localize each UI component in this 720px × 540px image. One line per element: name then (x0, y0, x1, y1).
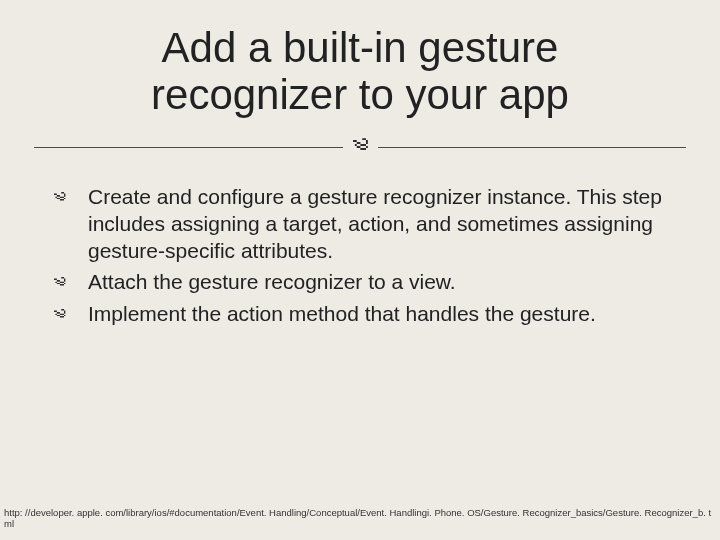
bullet-icon: ༄ (54, 184, 88, 212)
list-item-text: Create and configure a gesture recognize… (88, 184, 674, 265)
list-item: ༄ Implement the action method that handl… (54, 301, 674, 329)
divider-line-right (378, 147, 687, 148)
list-item-text: Implement the action method that handles… (88, 301, 596, 328)
footer-url: http: //developer. apple. com/library/io… (4, 508, 716, 530)
slide: Add a built-in gesture recognizer to you… (0, 0, 720, 540)
flourish-icon: ༄ (353, 132, 368, 162)
bullet-list: ༄ Create and configure a gesture recogni… (34, 184, 686, 329)
list-item: ༄ Attach the gesture recognizer to a vie… (54, 269, 674, 297)
bullet-icon: ༄ (54, 301, 88, 329)
divider: ༄ (34, 132, 686, 162)
slide-title: Add a built-in gesture recognizer to you… (80, 24, 640, 118)
list-item-text: Attach the gesture recognizer to a view. (88, 269, 456, 296)
bullet-icon: ༄ (54, 269, 88, 297)
divider-line-left (34, 147, 343, 148)
list-item: ༄ Create and configure a gesture recogni… (54, 184, 674, 265)
